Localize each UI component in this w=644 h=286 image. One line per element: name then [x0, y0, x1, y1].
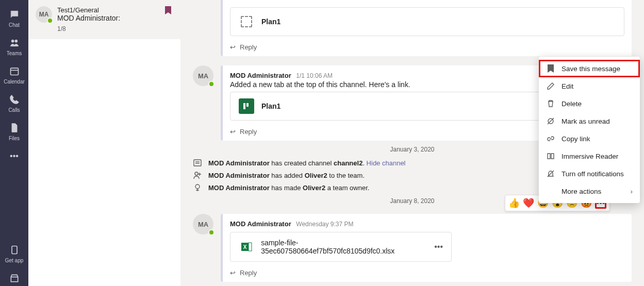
chat-icon	[9, 9, 20, 20]
calls-icon	[9, 94, 20, 105]
hide-channel-link[interactable]: Hide channel	[367, 159, 406, 167]
nav-label: Files	[9, 136, 20, 141]
attachment-title: sample-file-35ec607580664ef7bf570fc8105d…	[261, 239, 427, 255]
avatar-initials: MA	[198, 72, 208, 80]
nav-label: Calendar	[4, 79, 25, 85]
conversation-count: 1/8	[57, 25, 173, 32]
avatar-initials: MA	[198, 221, 208, 228]
menu-label: More actions	[562, 188, 601, 195]
reply-icon: ↩	[230, 43, 236, 51]
menu-mark-unread[interactable]: Mark as unread	[539, 112, 640, 130]
bell-off-icon	[546, 169, 555, 178]
files-icon	[9, 122, 20, 133]
menu-immersive-reader[interactable]: Immersive Reader	[539, 147, 640, 165]
conversation-title: Test1/General	[57, 6, 173, 14]
avatar: MA	[193, 214, 213, 234]
menu-copy-link[interactable]: Copy link	[539, 130, 640, 147]
reaction-heart[interactable]: ❤️	[523, 197, 534, 209]
menu-turn-off-notifications[interactable]: Turn off notifications	[539, 165, 640, 182]
menu-label: Turn off notifications	[562, 170, 624, 178]
presence-indicator	[208, 229, 214, 235]
author-name: MOD Administrator	[230, 72, 291, 79]
attachment-more-icon[interactable]: •••	[434, 242, 443, 251]
bookmark-icon	[546, 64, 555, 73]
menu-more-actions[interactable]: More actions ›	[539, 182, 640, 200]
calendar-icon	[9, 65, 20, 77]
presence-indicator	[47, 18, 53, 24]
teams-icon	[9, 37, 20, 48]
svg-text:X: X	[243, 244, 246, 250]
message: Plan1 ↩ Reply	[193, 0, 632, 56]
placeholder-icon	[239, 14, 254, 29]
menu-label: Copy link	[562, 135, 590, 143]
trash-icon	[546, 99, 555, 108]
attachment-title: Plan1	[261, 18, 280, 26]
excel-icon: X	[239, 239, 254, 255]
conversation-item[interactable]: MA Test1/General MOD Administrator: 1/8	[28, 0, 180, 39]
nav-calendar[interactable]: Calendar	[0, 61, 28, 89]
message: MA MOD Administrator Wednesday 9:37 PM X…	[193, 214, 632, 282]
reply-icon: ↩	[230, 128, 236, 136]
nav-teams[interactable]: Teams	[0, 32, 28, 61]
reply-label: Reply	[240, 128, 257, 136]
nav-label: Chat	[9, 22, 20, 28]
pencil-icon	[546, 81, 555, 91]
nav-store[interactable]	[0, 268, 28, 286]
person-add-icon	[193, 171, 202, 180]
svg-point-1	[14, 40, 17, 42]
svg-rect-5	[11, 277, 18, 282]
reaction-like[interactable]: 👍	[508, 197, 520, 209]
attachment-title: Plan1	[261, 102, 280, 110]
reply-label: Reply	[240, 43, 257, 51]
chevron-right-icon: ›	[631, 188, 633, 195]
message-context-menu: Save this message Edit Delete Mark as un…	[539, 57, 640, 203]
svg-point-14	[195, 184, 200, 189]
svg-rect-6	[243, 103, 245, 109]
menu-save-message[interactable]: Save this message	[539, 60, 640, 77]
nav-more[interactable]: •••	[0, 146, 28, 169]
menu-label: Immersive Reader	[562, 153, 618, 160]
channel-icon	[193, 158, 202, 167]
avatar-initials: MA	[39, 11, 49, 18]
menu-label: Edit	[562, 82, 573, 90]
nav-chat[interactable]: Chat	[0, 4, 28, 32]
store-icon	[9, 273, 20, 284]
menu-label: Delete	[562, 100, 582, 108]
author-name: MOD Administrator	[230, 220, 291, 228]
download-icon	[9, 244, 20, 256]
link-icon	[546, 134, 555, 143]
svg-line-19	[548, 118, 554, 124]
attachment-card[interactable]: Plan1	[230, 7, 624, 36]
svg-point-11	[195, 172, 198, 175]
attachment-card[interactable]: X sample-file-35ec607580664ef7bf570fc810…	[230, 232, 452, 262]
nav-files[interactable]: Files	[0, 117, 28, 146]
menu-label: Save this message	[562, 65, 620, 73]
actor: MOD Administrator	[208, 172, 270, 179]
object: Oliver2	[305, 172, 327, 179]
timestamp: Wednesday 9:37 PM	[296, 221, 353, 228]
svg-rect-7	[246, 103, 249, 107]
reply-button[interactable]: ↩ Reply	[223, 264, 632, 282]
avatar: MA	[193, 65, 213, 86]
menu-edit[interactable]: Edit	[539, 77, 640, 95]
conversation-preview: MOD Administrator:	[57, 14, 173, 22]
presence-indicator	[208, 81, 214, 87]
bookmark-icon	[165, 6, 171, 16]
actor: MOD Administrator	[208, 159, 270, 167]
nav-label: Teams	[7, 51, 22, 56]
reply-button[interactable]: ↩ Reply	[223, 38, 632, 56]
reader-icon	[546, 152, 555, 161]
nav-label: Get app	[5, 258, 24, 263]
svg-rect-17	[249, 243, 252, 251]
menu-delete[interactable]: Delete	[539, 95, 640, 112]
app-rail: Chat Teams Calendar Calls Files ••• Get …	[0, 0, 28, 286]
reply-label: Reply	[240, 269, 257, 277]
owner-icon	[193, 183, 202, 192]
svg-point-0	[11, 40, 14, 42]
object: channel2	[334, 159, 362, 167]
chat-list: MA Test1/General MOD Administrator: 1/8	[28, 0, 180, 286]
menu-label: Mark as unread	[562, 117, 610, 125]
ellipsis-icon: •••	[9, 150, 20, 162]
nav-calls[interactable]: Calls	[0, 89, 28, 117]
nav-get-app[interactable]: Get app	[0, 240, 28, 268]
